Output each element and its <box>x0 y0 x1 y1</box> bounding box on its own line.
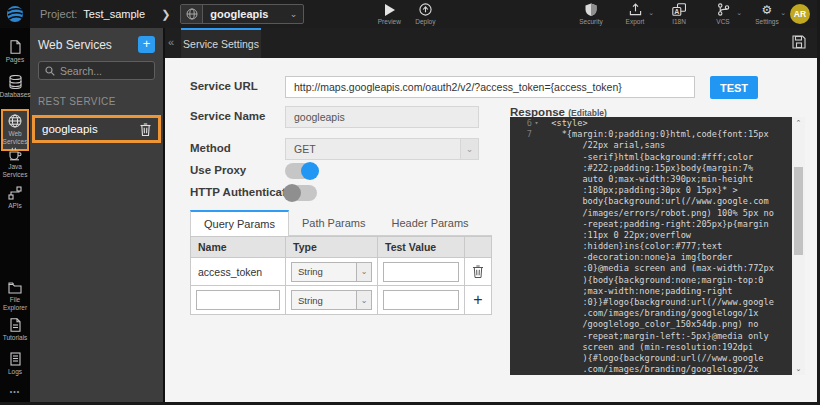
fold-marker-icon <box>532 364 541 375</box>
search-input[interactable] <box>60 65 148 77</box>
app-logo[interactable] <box>0 0 30 28</box>
api-nodes-icon <box>8 186 22 200</box>
editor-line: :0}}#logo{background:url(//www.google <box>510 297 792 308</box>
line-number <box>510 364 532 375</box>
service-name-input <box>285 106 479 128</box>
table-row-new: String ⌄ + <box>191 286 491 314</box>
i18n-button[interactable]: A I18N <box>664 3 694 25</box>
service-url-input[interactable] <box>285 76 695 98</box>
http-auth-toggle[interactable] <box>285 185 317 201</box>
fold-marker-icon <box>532 208 541 219</box>
chevron-down-icon: ⌄ <box>356 263 371 281</box>
test-button[interactable]: TEST <box>710 76 758 99</box>
shield-icon <box>585 3 597 16</box>
service-selector-dropdown[interactable]: googleapis ⌄ <box>180 4 304 24</box>
editor-line: /googlelogo_color_150x54dp.png) no <box>510 319 792 330</box>
toggle-knob <box>283 184 301 202</box>
line-number <box>510 219 532 230</box>
page-icon <box>9 40 22 54</box>
fold-marker-icon <box>532 252 541 263</box>
add-service-button[interactable]: + <box>138 36 155 53</box>
use-proxy-label: Use Proxy <box>190 164 246 176</box>
use-proxy-toggle[interactable] <box>285 163 317 179</box>
scroll-up-icon[interactable]: ⌃ <box>792 119 805 127</box>
column-header-type: Type <box>286 237 378 258</box>
new-param-type-select[interactable]: String ⌄ <box>291 290 372 310</box>
method-label: Method <box>190 142 231 154</box>
line-number <box>510 241 532 252</box>
line-number: 6 <box>510 118 532 129</box>
editor-line: -serif}html{background:#fff;color <box>510 152 792 163</box>
sidebar-item-web-services[interactable]: Web Services <box>1 109 29 151</box>
fold-marker-icon <box>532 163 541 174</box>
add-param-button[interactable]: + <box>473 292 482 308</box>
search-icon <box>45 66 55 76</box>
scrollbar-thumb[interactable] <box>794 167 803 255</box>
editor-scrollbar[interactable]: ⌃ ⌄ <box>792 117 805 375</box>
service-selector-value: googleapis <box>203 8 289 20</box>
new-param-test-value-input[interactable] <box>383 290 459 310</box>
tab-service-settings[interactable]: Service Settings <box>181 28 261 58</box>
param-test-value-input[interactable] <box>383 262 459 282</box>
line-number: 7 <box>510 129 532 140</box>
deploy-button[interactable]: Deploy <box>410 3 440 25</box>
delete-service-icon[interactable] <box>140 123 151 136</box>
fold-marker-icon <box>532 219 541 230</box>
main-area: « Service Settings Service URL TEST Serv… <box>165 28 820 405</box>
editor-line: :0}@media screen and (max-width:772px <box>510 263 792 274</box>
sidebar-item-logs[interactable]: Logs <box>0 352 30 376</box>
export-icon <box>629 3 642 16</box>
sidebar-overflow-button[interactable]: ••• <box>0 388 30 395</box>
settings-button[interactable]: ⚙ ⌄ Settings <box>752 3 782 25</box>
line-number <box>510 152 532 163</box>
line-number <box>510 308 532 319</box>
editor-line: auto 0;max-width:390px;min-height <box>510 174 792 185</box>
panel-title: Web Services <box>38 38 138 52</box>
line-number <box>510 263 532 274</box>
i18n-label: I18N <box>672 18 686 25</box>
fold-marker-icon <box>532 241 541 252</box>
svg-text:A: A <box>674 8 679 15</box>
tab-path-params[interactable]: Path Params <box>289 210 379 235</box>
chevron-down-icon: ⌄ <box>290 9 304 19</box>
chevron-down-icon: ⌄ <box>460 139 478 159</box>
save-icon[interactable] <box>792 35 806 49</box>
preview-button[interactable]: Preview <box>374 3 404 25</box>
sidebar-item-apis[interactable]: APIs <box>0 186 30 210</box>
param-type-select[interactable]: String ⌄ <box>291 262 372 282</box>
sidebar-item-tutorials[interactable]: Tutorials <box>0 318 30 342</box>
fold-marker-icon <box>532 263 541 274</box>
editor-line: 7 *{margin:0;padding:0}html,code{font:15… <box>510 129 792 140</box>
security-button[interactable]: Security <box>576 3 606 25</box>
service-search-box[interactable] <box>38 61 155 80</box>
tab-header-params[interactable]: Header Params <box>379 210 482 235</box>
sidebar-item-pages[interactable]: Pages <box>0 40 30 64</box>
export-button[interactable]: ⌄ Export <box>620 3 650 25</box>
response-editor[interactable]: 6 ▾ <style> 7 *{margin:0;padding:0}html,… <box>510 117 805 375</box>
scroll-down-icon[interactable]: ⌄ <box>792 365 805 373</box>
sidebar-item-file-explorer[interactable]: File Explorer <box>0 282 30 311</box>
project-breadcrumb: Project: Test_sample <box>40 8 145 20</box>
line-number <box>510 297 532 308</box>
fold-marker-icon <box>532 353 541 364</box>
vcs-label: VCS <box>716 18 729 25</box>
service-list-item-googleapis[interactable]: googleapis <box>32 115 161 143</box>
service-name: googleapis <box>42 123 140 135</box>
preview-label: Preview <box>378 18 401 25</box>
method-value: GET <box>286 143 460 155</box>
wavemaker-logo-icon <box>6 5 24 23</box>
delete-param-icon[interactable] <box>472 265 484 278</box>
vcs-button[interactable]: ⌄ VCS <box>708 3 738 25</box>
fold-marker-icon <box>532 331 541 342</box>
coffee-cup-icon <box>8 147 22 161</box>
sidebar-item-databases[interactable]: Databases <box>0 75 30 99</box>
chevron-right-icon: ❯ <box>161 8 170 21</box>
user-avatar[interactable]: AR <box>790 4 810 24</box>
method-select: GET ⌄ <box>285 138 479 160</box>
tab-query-params[interactable]: Query Params <box>190 210 289 236</box>
new-param-name-input[interactable] <box>196 290 280 310</box>
sidebar-item-java-services[interactable]: Java Services <box>0 147 30 178</box>
editor-line: 6 ▾ <style> <box>510 118 792 129</box>
collapse-panel-button[interactable]: « <box>168 36 174 48</box>
line-number <box>510 353 532 364</box>
